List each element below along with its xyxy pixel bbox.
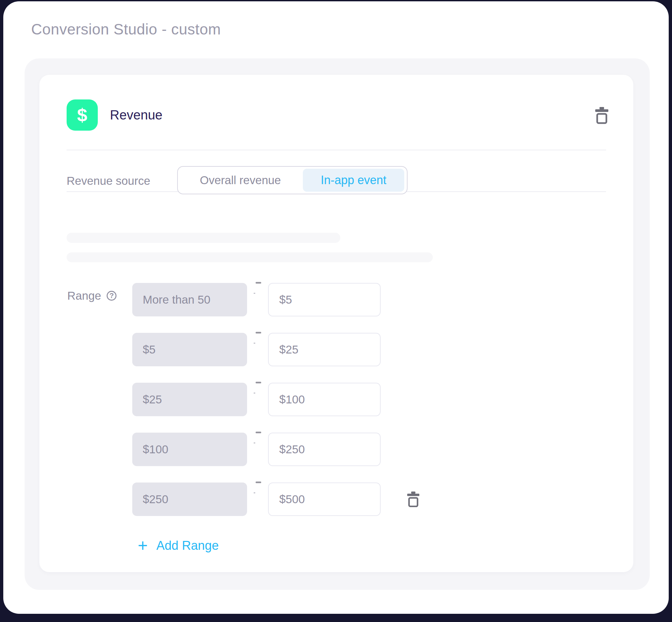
range-from-input: [132, 433, 247, 466]
help-circle-icon[interactable]: ?: [107, 291, 116, 301]
range-separator: [254, 383, 262, 416]
range-from-input: [132, 283, 247, 316]
metric-title: Revenue: [110, 108, 163, 123]
loading-placeholder-bar: [67, 233, 340, 243]
range-separator: [254, 483, 262, 516]
range-row: [132, 333, 526, 366]
range-to-input[interactable]: [268, 283, 381, 316]
range-label: Range: [67, 289, 101, 302]
conversion-studio-panel: $ Revenue Revenue source Overall revenue: [25, 59, 650, 590]
add-range-label: Add Range: [156, 539, 218, 553]
revenue-source-tab-group: Overall revenue In-app event: [177, 166, 408, 194]
range-to-input[interactable]: [268, 383, 381, 416]
range-row: [132, 383, 526, 416]
page-title: Conversion Studio - custom: [31, 20, 221, 38]
range-to-input[interactable]: [268, 433, 381, 466]
plus-icon: +: [138, 537, 148, 554]
tab-overall-revenue-label: Overall revenue: [200, 174, 281, 187]
trash-icon: [595, 107, 608, 124]
tab-overall-revenue[interactable]: Overall revenue: [178, 169, 303, 192]
help-glyph: ?: [109, 291, 113, 300]
tab-in-app-event-label: In-app event: [321, 173, 386, 187]
revenue-card: $ Revenue Revenue source Overall revenue: [39, 75, 633, 572]
tab-in-app-event[interactable]: In-app event: [303, 169, 404, 192]
range-row: [132, 433, 526, 466]
delete-revenue-button[interactable]: [595, 107, 608, 124]
range-to-input[interactable]: [268, 333, 381, 366]
range-from-input: [132, 383, 247, 416]
range-to-input[interactable]: [268, 483, 381, 516]
delete-range-row-button[interactable]: [407, 491, 419, 508]
range-separator: [254, 333, 262, 366]
dollar-glyph: $: [77, 104, 87, 126]
range-separator: [254, 433, 262, 466]
range-row: [132, 283, 526, 316]
trash-icon: [407, 491, 419, 508]
range-separator: [254, 283, 262, 316]
revenue-source-label: Revenue source: [67, 174, 150, 187]
dollar-icon: $: [67, 99, 98, 131]
add-range-button[interactable]: + Add Range: [138, 537, 219, 554]
app-window: Conversion Studio - custom $ Revenue Rev…: [3, 1, 669, 614]
header-divider: [67, 150, 606, 150]
loading-placeholder-bar: [67, 252, 433, 262]
range-from-input: [132, 333, 247, 366]
range-row: [132, 483, 526, 516]
range-label-row: Range ?: [67, 289, 116, 302]
range-from-input: [132, 483, 247, 516]
